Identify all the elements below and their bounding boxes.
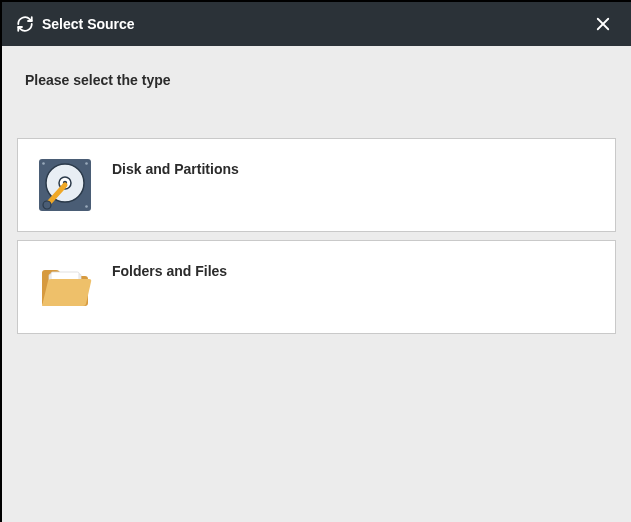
svg-point-9	[85, 205, 88, 208]
svg-point-6	[43, 201, 51, 209]
close-button[interactable]	[589, 10, 617, 38]
option-label: Folders and Files	[112, 263, 227, 279]
option-disk-partitions[interactable]: Disk and Partitions	[17, 138, 616, 232]
dialog-title: Select Source	[42, 16, 589, 32]
disk-icon	[36, 156, 94, 214]
dialog-header: Select Source	[2, 2, 631, 46]
svg-point-8	[85, 162, 88, 165]
folder-icon	[36, 258, 94, 316]
svg-point-7	[42, 162, 45, 165]
dialog-content: Please select the type	[2, 46, 631, 522]
sync-icon	[16, 15, 34, 33]
option-list: Disk and Partitions Folders and Files	[17, 138, 616, 334]
select-source-dialog: Select Source Please select the type	[2, 2, 631, 522]
instruction-text: Please select the type	[17, 46, 616, 98]
option-label: Disk and Partitions	[112, 161, 239, 177]
option-folders-files[interactable]: Folders and Files	[17, 240, 616, 334]
